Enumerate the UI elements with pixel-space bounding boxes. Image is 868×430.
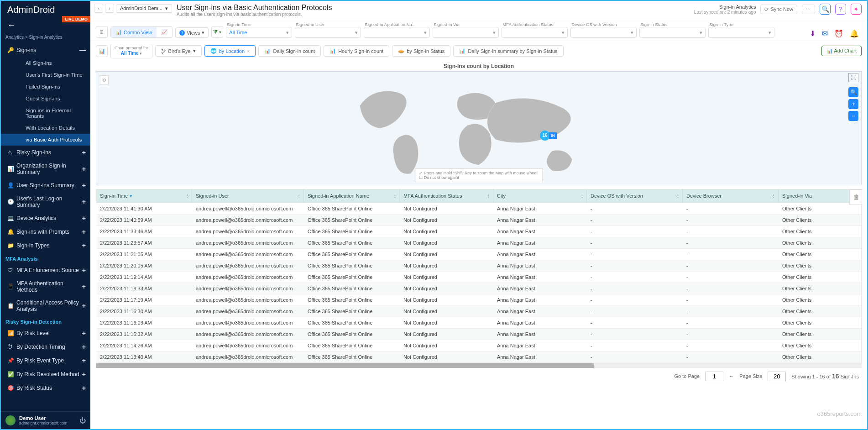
download-icon[interactable]: ⬇ [810,29,816,38]
table-row[interactable]: 2/22/2023 11:14:26 AMandrea.powell@o365d… [96,340,861,351]
expand-icon[interactable]: + [82,182,86,189]
expand-icon[interactable]: — [79,47,86,54]
expand-icon[interactable]: + [82,215,86,222]
table-row[interactable]: 2/22/2023 11:18:33 AMandrea.powell@o365d… [96,283,861,294]
table-row[interactable]: 2/22/2023 11:19:14 AMandrea.powell@o365d… [96,272,861,283]
chart-tab[interactable]: 🕊Bird's Eye ▾ [155,45,202,57]
filter-icon[interactable]: ⧩ ▾ [211,26,223,38]
views-dropdown[interactable]: ?Views ▾ [175,27,209,38]
alert-icon[interactable]: 🔔 [850,29,859,38]
breadcrumb-dropdown[interactable]: AdminDroid Dem...▾ [116,4,172,13]
column-menu-icon[interactable]: ⋮ [771,193,776,199]
table-row[interactable]: 2/22/2023 11:33:46 AMandrea.powell@o365d… [96,226,861,237]
nav-item[interactable]: Guest Sign-ins [1,93,90,105]
expand-icon[interactable]: + [82,267,86,274]
filter-select[interactable]: ▾ [364,27,430,38]
expand-icon[interactable]: + [82,343,86,351]
nav-item[interactable]: 🔑Sign-ins— [1,43,90,57]
more-menu-button[interactable]: ⋯ [802,5,815,14]
chart-only-button[interactable]: 📈 [157,27,172,37]
horizontal-scrollbar[interactable] [96,363,862,368]
expand-icon[interactable]: + [82,384,86,392]
ai-icon[interactable]: ✦ [851,4,862,15]
nav-item[interactable]: 🛡MFA Enforcement Source+ [1,263,90,277]
table-row[interactable]: 2/22/2023 11:41:30 AMandrea.powell@o365d… [96,203,861,215]
logout-icon[interactable]: ⏻ [79,417,86,424]
sheet-icon[interactable]: 🗎 [96,26,108,38]
nav-item[interactable]: 🔔Sign-ins with Prompts+ [1,225,90,239]
nav-item[interactable]: ⏱By Detection Timing+ [1,340,90,354]
schedule-icon[interactable]: ⏰ [834,29,843,38]
column-menu-icon[interactable]: ⋮ [675,193,680,199]
table-row[interactable]: 2/22/2023 11:21:05 AMandrea.powell@o365d… [96,249,861,260]
nav-item[interactable]: Failed Sign-ins [1,81,90,93]
nav-item[interactable]: User's First Sign-in Time [1,69,90,81]
column-header[interactable]: MFA Authentication Status⋮ [400,189,493,203]
column-menu-icon[interactable]: ⋮ [580,193,585,199]
email-icon[interactable]: ✉ [822,29,828,38]
map-zoom-in-icon[interactable]: + [848,99,858,109]
chart-tab[interactable]: 📊Daily Sign-in count [258,45,321,57]
filter-select[interactable]: ▾ [295,27,361,38]
nav-item[interactable]: 👤User Sign-ins Summary+ [1,178,90,192]
expand-icon[interactable]: + [82,357,86,364]
add-chart-button[interactable]: 📊 Add Chart [821,46,862,56]
nav-item[interactable]: 📊Organization Sign-in Summary+ [1,159,90,178]
nav-prev-button[interactable]: ‹ [94,4,103,13]
nav-item[interactable]: ✅By Risk Resolved Method+ [1,367,90,381]
table-row[interactable]: 2/22/2023 11:13:40 AMandrea.powell@o365d… [96,351,861,363]
map-search-icon[interactable]: 🔍 [848,87,858,97]
table-row[interactable]: 2/22/2023 11:40:59 AMandrea.powell@o365d… [96,215,861,226]
chart-tab[interactable]: 🌐by Location× [204,45,256,57]
close-icon[interactable]: × [247,48,250,54]
expand-icon[interactable]: + [82,165,86,173]
nav-item[interactable]: 🕘User's Last Log-on Summary+ [1,192,90,211]
nav-item[interactable]: With Location Details [1,122,90,134]
map-zoom-out-icon[interactable]: − [848,111,858,121]
chart-settings-icon[interactable]: ⚙ [100,75,109,85]
column-menu-icon[interactable]: ⋮ [297,193,302,199]
expand-icon[interactable]: + [82,242,86,249]
table-row[interactable]: 2/22/2023 11:15:32 AMandrea.powell@o365d… [96,329,861,340]
expand-icon[interactable]: + [82,228,86,236]
nav-item[interactable]: All Sign-ins [1,57,90,69]
chart-info[interactable]: Chart prepared forAll Time ▾ [110,44,152,58]
view-mode-toggle[interactable]: 📊 Combo View 📈 [110,26,173,38]
filter-select[interactable]: ▾ [639,27,706,38]
column-header[interactable]: Signed-in Via⋮ [779,189,861,203]
page-prev-icon[interactable]: ← [729,373,734,379]
expand-icon[interactable]: + [82,302,86,309]
nav-next-button[interactable]: › [105,4,114,13]
expand-icon[interactable]: + [82,198,86,205]
chart-tab[interactable]: 📊Daily Sign-in summary by Sign-in Status [453,45,563,57]
filter-select[interactable]: ▾ [708,27,774,38]
nav-item[interactable]: 📁Sign-in Types+ [1,239,90,252]
nav-item[interactable]: Sign-ins in External Tenants [1,105,90,122]
filter-select[interactable]: All Time▾ [226,27,292,38]
column-menu-icon[interactable]: ⋮ [185,193,190,199]
chart-tab[interactable]: 📊Hourly Sign-in count [324,45,389,57]
nav-item[interactable]: 📋Conditional Access Policy Analysis+ [1,296,90,315]
filter-select[interactable]: ▾ [502,27,568,38]
world-map[interactable]: ⚙ 16 IN ⤢ Press and Hold "Shift" key to … [96,71,862,185]
table-row[interactable]: 2/22/2023 11:23:57 AMandrea.powell@o365d… [96,237,861,249]
column-menu-icon[interactable]: ⋮ [486,193,491,199]
column-header[interactable]: Sign-in Time▾⋮ [96,189,192,203]
sort-desc-icon[interactable]: ▾ [130,193,132,199]
nav-item[interactable]: 📱MFA Authentication Methods+ [1,277,90,296]
search-icon[interactable]: 🔍 [820,4,831,15]
column-header[interactable]: Signed-in User⋮ [192,189,304,203]
column-menu-icon[interactable]: ⋮ [854,193,859,199]
help-icon[interactable]: ? [835,4,846,15]
table-row[interactable]: 2/22/2023 11:17:19 AMandrea.powell@o365d… [96,294,861,306]
column-header[interactable]: City⋮ [493,189,587,203]
map-pin-in[interactable]: 16 IN [540,131,557,141]
nav-item[interactable]: ⚠Risky Sign-ins+ [1,146,90,159]
nav-item[interactable]: via Basic Auth Protocols [1,134,90,146]
expand-icon[interactable]: + [82,149,86,156]
filter-select[interactable]: ▾ [433,27,499,38]
chart-icon[interactable]: 📊 [96,45,108,57]
table-row[interactable]: 2/22/2023 11:20:05 AMandrea.powell@o365d… [96,260,861,272]
table-row[interactable]: 2/22/2023 11:16:30 AMandrea.powell@o365d… [96,306,861,317]
column-header[interactable]: Signed-in Application Name⋮ [304,189,400,203]
